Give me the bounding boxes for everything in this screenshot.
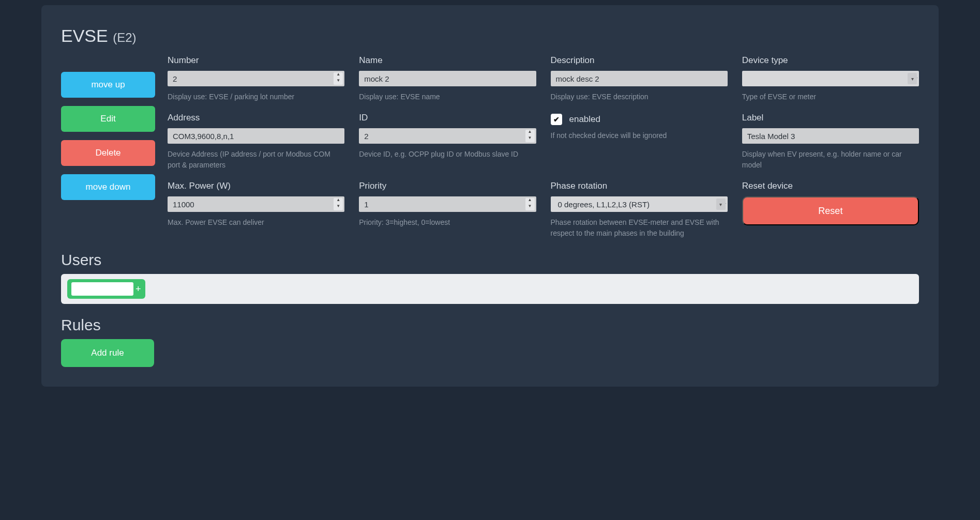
page-title: EVSE (E2) <box>61 26 919 46</box>
name-help: Display use: EVSE name <box>359 91 536 102</box>
description-label: Description <box>551 55 728 66</box>
move-up-button[interactable]: move up <box>61 72 155 98</box>
reset-button[interactable]: Reset <box>742 196 919 225</box>
edit-button[interactable]: Edit <box>61 106 155 132</box>
field-name: Name Display use: EVSE name <box>359 55 536 102</box>
device-type-label: Device type <box>742 55 919 66</box>
field-id: ID ▲▼ Device ID, e.g. OCPP plug ID or Mo… <box>359 113 536 171</box>
phase-rotation-help: Phase rotation between EVSE-meter and EV… <box>551 217 728 239</box>
users-heading: Users <box>61 251 919 269</box>
phase-rotation-select[interactable]: 0 degrees, L1,L2,L3 (RST) <box>551 196 728 212</box>
field-max-power: Max. Power (W) ▲▼ Max. Power EVSE can de… <box>168 181 344 239</box>
field-device-type: Device type ▾ Type of EVSE or meter <box>742 55 919 102</box>
field-priority: Priority ▲▼ Priority: 3=highest, 0=lowes… <box>359 181 536 239</box>
label-help: Display when EV present, e.g. holder nam… <box>742 149 919 171</box>
add-user-input[interactable] <box>71 282 133 296</box>
name-input[interactable] <box>359 71 536 86</box>
spinner-icon[interactable]: ▲▼ <box>525 198 535 210</box>
reset-label: Reset device <box>742 181 919 191</box>
enabled-checkbox[interactable]: ✔ <box>551 114 562 125</box>
field-label: Label Display when EV present, e.g. hold… <box>742 113 919 171</box>
enabled-label: enabled <box>569 114 601 125</box>
priority-input[interactable] <box>359 196 536 212</box>
field-phase-rotation: Phase rotation 0 degrees, L1,L2,L3 (RST)… <box>551 181 728 239</box>
device-type-help: Type of EVSE or meter <box>742 91 919 102</box>
name-label: Name <box>359 55 536 66</box>
label-input[interactable] <box>742 128 919 144</box>
device-type-select[interactable] <box>742 71 919 86</box>
field-reset: Reset device Reset <box>742 181 919 239</box>
address-help: Device Address (IP address / port or Mod… <box>168 149 344 171</box>
description-help: Display use: EVSE description <box>551 91 728 102</box>
users-box: + <box>61 274 919 304</box>
max-power-input[interactable] <box>168 196 344 212</box>
priority-help: Priority: 3=highest, 0=lowest <box>359 217 536 228</box>
max-power-label: Max. Power (W) <box>168 181 344 191</box>
spinner-icon[interactable]: ▲▼ <box>525 130 535 142</box>
priority-label: Priority <box>359 181 536 191</box>
field-address: Address Device Address (IP address / por… <box>168 113 344 171</box>
description-input[interactable] <box>551 71 728 86</box>
add-user-chip: + <box>67 279 145 299</box>
field-number: Number ▲▼ Display use: EVSE / parking lo… <box>168 55 344 102</box>
title-sub: (E2) <box>113 30 136 44</box>
action-column: move up Edit Delete move down <box>61 55 155 239</box>
move-down-button[interactable]: move down <box>61 174 155 200</box>
id-label: ID <box>359 113 536 123</box>
plus-icon[interactable]: + <box>135 284 141 295</box>
max-power-help: Max. Power EVSE can deliver <box>168 217 344 228</box>
address-label: Address <box>168 113 344 123</box>
spinner-icon[interactable]: ▲▼ <box>334 198 343 210</box>
rules-heading: Rules <box>61 316 919 334</box>
number-input[interactable] <box>168 71 344 86</box>
number-label: Number <box>168 55 344 66</box>
check-icon: ✔ <box>553 115 560 124</box>
phase-rotation-label: Phase rotation <box>551 181 728 191</box>
enabled-help: If not checked device will be ignored <box>551 130 728 141</box>
address-input[interactable] <box>168 128 344 144</box>
spinner-icon[interactable]: ▲▼ <box>334 72 343 85</box>
id-input[interactable] <box>359 128 536 144</box>
add-rule-button[interactable]: Add rule <box>61 339 154 367</box>
field-enabled: ✔ enabled If not checked device will be … <box>551 113 728 171</box>
field-description: Description Display use: EVSE descriptio… <box>551 55 728 102</box>
label-label: Label <box>742 113 919 123</box>
delete-button[interactable]: Delete <box>61 140 155 166</box>
evse-panel: EVSE (E2) move up Edit Delete move down … <box>41 5 939 387</box>
form-grid: Number ▲▼ Display use: EVSE / parking lo… <box>168 55 919 239</box>
id-help: Device ID, e.g. OCPP plug ID or Modbus s… <box>359 149 536 160</box>
title-main: EVSE <box>61 26 108 45</box>
number-help: Display use: EVSE / parking lot number <box>168 91 344 102</box>
